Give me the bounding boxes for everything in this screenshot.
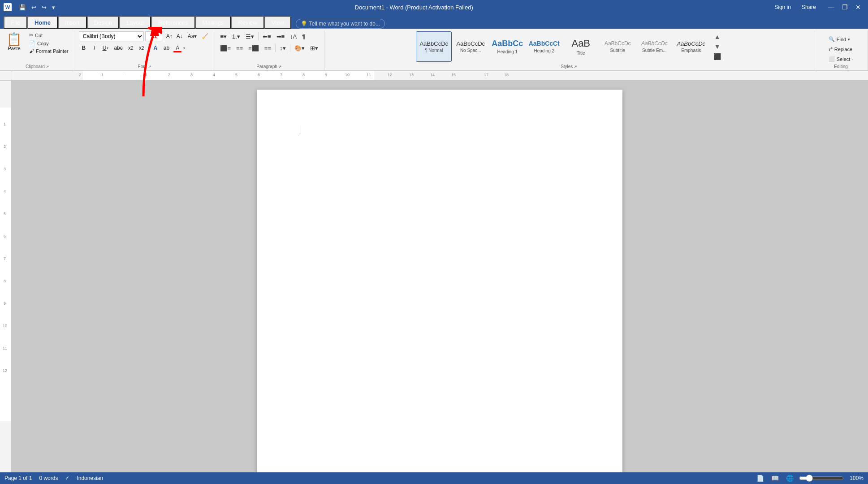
style-subtitle[interactable]: AaBbCcDc Subtitle [600, 31, 635, 62]
bullets-button[interactable]: ≡▾ [218, 31, 229, 41]
subscript-button[interactable]: x2 [126, 43, 136, 53]
borders-button[interactable]: ⊞▾ [308, 43, 320, 53]
align-right-button[interactable]: ≡⬛ [246, 43, 261, 53]
svg-text:5: 5 [235, 73, 238, 77]
tell-me-box[interactable]: 💡 Tell me what you want to do... [296, 19, 385, 29]
format-painter-button[interactable]: 🖌 Format Painter [26, 48, 71, 55]
cut-button[interactable]: ✂ Cut [26, 31, 71, 39]
share-button[interactable]: Share [798, 3, 820, 12]
style-subtitle-name: Subtitle [610, 48, 625, 53]
change-case-button[interactable]: Aa▾ [186, 32, 199, 40]
paste-button[interactable]: 📋 Paste [4, 31, 25, 53]
increase-font-button[interactable]: A↑ [164, 32, 174, 40]
italic-button[interactable]: I [90, 43, 99, 53]
font-expand-icon[interactable]: ↗ [148, 65, 151, 69]
svg-text:10: 10 [3, 324, 7, 328]
line-spacing-button[interactable]: ↕▾ [277, 43, 288, 53]
styles-scroll-up[interactable]: ▲ [713, 32, 722, 41]
tab-references[interactable]: References [151, 16, 195, 29]
shading-button[interactable]: 🎨▾ [292, 43, 307, 53]
underline-button[interactable]: U▾ [100, 43, 111, 53]
maximize-button[interactable]: ❐ [838, 1, 851, 13]
web-layout-view-button[interactable]: 🌐 [784, 474, 795, 483]
justify-button[interactable]: ≡≡ [262, 43, 273, 53]
style-h2-name: Heading 2 [534, 48, 554, 53]
sort-button[interactable]: ↕A [288, 31, 299, 41]
find-button[interactable]: 🔍 Find ▾ [825, 35, 857, 43]
minimize-button[interactable]: — [825, 1, 838, 13]
style-title[interactable]: AaB Title [563, 31, 599, 62]
numbering-button[interactable]: 1.▾ [230, 31, 242, 41]
style-no-spacing-name: No Spac... [460, 48, 481, 53]
style-subtle-emphasis[interactable]: AaBbCcDc Subtle Em... [636, 31, 672, 62]
font-family-select[interactable]: Calibri (Body) [79, 31, 144, 41]
language-indicator[interactable]: Indonesian [77, 475, 103, 481]
tab-review[interactable]: Review [231, 16, 264, 29]
document-area[interactable] [11, 81, 868, 472]
strikethrough-button[interactable]: abc [112, 43, 125, 53]
tab-insert[interactable]: Insert [58, 16, 87, 29]
text-effects-button[interactable]: A [151, 43, 160, 53]
close-button[interactable]: ✕ [852, 1, 864, 13]
undo-button[interactable]: ↩ [30, 3, 38, 12]
svg-text:7: 7 [280, 73, 282, 77]
styles-more-button[interactable]: ⬛ [713, 52, 722, 61]
bold-button[interactable]: B [79, 43, 89, 53]
styles-gallery: AaBbCcDc ¶ Normal AaBbCcDc No Spac... Aa… [416, 31, 709, 62]
tab-design[interactable]: Design [87, 16, 119, 29]
show-marks-button[interactable]: ¶ [300, 31, 307, 41]
tab-file[interactable]: File [4, 16, 27, 29]
copy-icon: 📄 [29, 40, 35, 46]
styles-expand-icon[interactable]: ↗ [574, 65, 577, 69]
align-left-button[interactable]: ⬛≡ [218, 43, 233, 53]
increase-indent-button[interactable]: ➡≡ [274, 31, 287, 41]
font-size-input[interactable] [145, 31, 163, 41]
align-center-button[interactable]: ≡≡ [234, 43, 245, 53]
tab-layout[interactable]: Layout [119, 16, 151, 29]
style-no-spacing[interactable]: AaBbCcDc No Spac... [453, 31, 488, 62]
ruler-area: -2 -1 · 1 2 3 4 5 6 7 8 9 10 11 12 13 14… [0, 71, 868, 81]
svg-text:11: 11 [367, 73, 371, 77]
superscript-button[interactable]: x2 [137, 43, 147, 53]
read-mode-view-button[interactable]: 📖 [769, 474, 781, 483]
styles-group: AaBbCcDc ¶ Normal AaBbCcDc No Spac... Aa… [324, 30, 815, 70]
zoom-slider[interactable] [799, 475, 844, 482]
style-normal[interactable]: AaBbCcDc ¶ Normal [416, 31, 452, 62]
font-color-button[interactable]: A [173, 43, 182, 53]
styles-scroll-down[interactable]: ▼ [713, 42, 722, 51]
qa-dropdown-button[interactable]: ▾ [50, 3, 57, 12]
clear-format-button[interactable]: 🧹 [200, 32, 210, 40]
highlight-color-button[interactable]: ab [161, 43, 172, 53]
tab-home[interactable]: Home [27, 16, 58, 29]
style-emphasis[interactable]: AaBbCcDc Emphasis [673, 31, 709, 62]
svg-text:5: 5 [4, 212, 6, 216]
svg-text:3: 3 [190, 73, 193, 77]
document-page[interactable] [257, 90, 622, 472]
cut-label: Cut [35, 33, 43, 38]
select-button[interactable]: ⬜ Select - [825, 55, 857, 63]
sign-in-button[interactable]: Sign in [771, 3, 795, 12]
vertical-ruler: 1 2 3 4 5 6 7 8 9 10 11 12 [0, 81, 11, 472]
style-heading2[interactable]: AaBbCcCt Heading 2 [526, 31, 562, 62]
font-color-dropdown[interactable]: ▾ [183, 46, 185, 50]
decrease-indent-button[interactable]: ⬅≡ [260, 31, 273, 41]
document-cursor[interactable] [300, 125, 579, 135]
replace-button[interactable]: ⇄ Replace [825, 45, 857, 53]
proofing-icon[interactable]: ✓ [65, 475, 69, 481]
svg-text:15: 15 [451, 73, 456, 77]
copy-button[interactable]: 📄 Copy [26, 39, 71, 47]
decrease-font-button[interactable]: A↓ [175, 32, 185, 40]
find-arrow: ▾ [848, 37, 850, 42]
style-heading1[interactable]: AaBbCc Heading 1 [489, 31, 525, 62]
save-button[interactable]: 💾 [17, 3, 28, 12]
tab-view[interactable]: View [264, 16, 291, 29]
print-layout-view-button[interactable]: 📄 [755, 474, 766, 483]
multilevel-list-button[interactable]: ☰▾ [243, 31, 256, 41]
status-bar: Page 1 of 1 0 words ✓ Indonesian 📄 📖 🌐 1… [0, 472, 868, 484]
ruler-svg: -2 -1 · 1 2 3 4 5 6 7 8 9 10 11 12 13 14… [11, 71, 868, 80]
clipboard-expand-icon[interactable]: ↗ [46, 65, 49, 69]
tab-mailings[interactable]: Mailings [195, 16, 231, 29]
para-sep-3 [290, 44, 290, 52]
paragraph-expand-icon[interactable]: ↗ [278, 65, 282, 69]
redo-button[interactable]: ↪ [40, 3, 48, 12]
